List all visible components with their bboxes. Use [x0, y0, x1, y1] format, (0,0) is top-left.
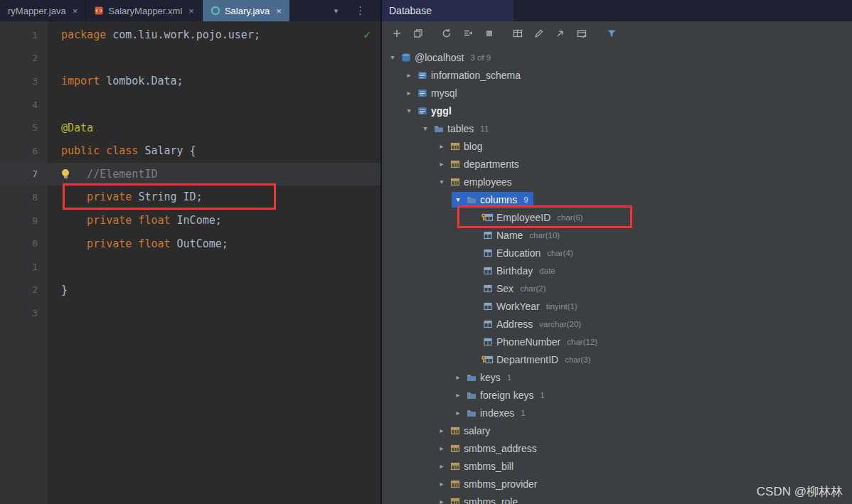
chevron-right-icon[interactable]: ▸: [452, 409, 464, 417]
jump-to-console-button[interactable]: [550, 26, 570, 43]
code-text[interactable]: import lombok.Data;: [47, 70, 380, 93]
code-text[interactable]: }: [47, 279, 380, 302]
chevron-right-icon[interactable]: ▸: [435, 498, 448, 504]
line-number[interactable]: 1: [0, 30, 47, 41]
tree-row-salary[interactable]: ▸salary: [382, 422, 852, 439]
add-button[interactable]: [387, 26, 406, 43]
tree-row-smbms-bill[interactable]: ▸smbms_bill: [382, 457, 852, 475]
code-line[interactable]: 1package com.liu.work.pojo.user;: [0, 23, 380, 47]
tree-row-education[interactable]: Educationchar(4): [382, 244, 852, 262]
tab-rymapper-java[interactable]: ryMapper.java×: [0, 0, 86, 21]
line-number[interactable]: 3: [0, 76, 47, 87]
tree-row-columns[interactable]: ▾columns9: [382, 191, 852, 208]
code-line[interactable]: 2: [0, 47, 380, 70]
line-number[interactable]: 2: [0, 53, 47, 63]
tree-row-birthday[interactable]: Birthdaydate: [382, 262, 852, 279]
code-area[interactable]: 1package com.liu.work.pojo.user;23import…: [0, 23, 380, 325]
line-number[interactable]: 4: [0, 100, 47, 110]
filter-button[interactable]: [602, 26, 621, 43]
tab-salary-java[interactable]: Salary.java×: [203, 0, 290, 21]
chevron-down-icon[interactable]: ▾: [435, 178, 448, 186]
chevron-right-icon[interactable]: ▸: [403, 89, 415, 97]
tree-row-phonenumber[interactable]: PhoneNumberchar(12): [382, 333, 852, 350]
tree-row-information-schema[interactable]: ▸information_schema: [382, 66, 852, 84]
panel-divider[interactable]: [380, 0, 382, 504]
code-text[interactable]: private float OutCome;: [47, 232, 380, 255]
tree-row-yggl[interactable]: ▾yggl: [382, 102, 852, 119]
tree-row-smbms-address[interactable]: ▸smbms_address: [382, 439, 852, 457]
chevron-right-icon[interactable]: ▸: [435, 427, 448, 434]
tree-row-address[interactable]: Addressvarchar(20): [382, 315, 852, 333]
code-text[interactable]: public class Salary {: [47, 139, 380, 163]
tree-row-name[interactable]: Namechar(10): [382, 226, 852, 244]
close-icon[interactable]: ×: [73, 6, 78, 16]
line-number[interactable]: 0: [0, 238, 47, 249]
data-editor-button[interactable]: [572, 26, 591, 43]
code-line[interactable]: 3: [0, 301, 380, 325]
code-text[interactable]: package com.liu.work.pojo.user;: [47, 23, 380, 47]
tab-salarymapper-xml[interactable]: SalaryMapper.xml×: [86, 0, 203, 21]
chevron-right-icon[interactable]: ▸: [435, 462, 448, 470]
tree-row-employeeid[interactable]: EmployeeIDchar(6): [382, 208, 852, 226]
duplicate-button[interactable]: [408, 26, 427, 43]
tab-list-chevron-icon[interactable]: ▾: [330, 0, 343, 21]
code-line[interactable]: 7 //ElementID: [0, 163, 380, 186]
edit-button[interactable]: [529, 26, 548, 43]
tree-row-blog[interactable]: ▸blog: [382, 137, 852, 155]
code-line[interactable]: 3import lombok.Data;: [0, 70, 380, 93]
code-line[interactable]: 1: [0, 255, 380, 279]
stop-button[interactable]: [479, 26, 499, 43]
chevron-right-icon[interactable]: ▸: [452, 391, 464, 399]
code-text[interactable]: private String ID;: [47, 186, 380, 209]
line-number[interactable]: 2: [0, 284, 47, 295]
editor-pane[interactable]: 1package com.liu.work.pojo.user;23import…: [0, 21, 380, 504]
tree-row-indexes[interactable]: ▸indexes1: [382, 404, 852, 422]
code-line[interactable]: 0 private float OutCome;: [0, 232, 380, 255]
refresh-button[interactable]: [437, 26, 456, 43]
chevron-down-icon[interactable]: ▾: [403, 107, 415, 114]
line-number[interactable]: 9: [0, 215, 47, 226]
tree-row-localhost[interactable]: ▾@localhost3 of 9: [382, 48, 852, 66]
code-text[interactable]: [47, 93, 380, 117]
line-number[interactable]: 3: [0, 308, 47, 318]
tree-row-foreign-keys[interactable]: ▸foreign keys1: [382, 386, 852, 404]
chevron-right-icon[interactable]: ▸: [452, 373, 464, 381]
chevron-right-icon[interactable]: ▸: [435, 142, 448, 150]
code-text[interactable]: private float InCome;: [47, 209, 380, 232]
tree-row-tables[interactable]: ▾tables11: [382, 119, 852, 137]
close-icon[interactable]: ×: [188, 6, 194, 16]
chevron-right-icon[interactable]: ▸: [403, 71, 415, 79]
chevron-down-icon[interactable]: ▾: [386, 53, 399, 61]
code-text[interactable]: //ElementID: [47, 163, 380, 186]
code-text[interactable]: [47, 301, 380, 325]
code-line[interactable]: 9 private float InCome;: [0, 209, 380, 232]
line-number[interactable]: 1: [0, 262, 47, 272]
code-line[interactable]: 8 private String ID;: [0, 186, 380, 209]
close-icon[interactable]: ×: [276, 6, 282, 16]
chevron-right-icon[interactable]: ▸: [435, 444, 448, 452]
tab-options-icon[interactable]: ⋮: [351, 0, 370, 21]
chevron-right-icon[interactable]: ▸: [435, 160, 448, 168]
tree-row-departments[interactable]: ▸departments: [382, 155, 852, 173]
tree-row-sex[interactable]: Sexchar(2): [382, 279, 852, 297]
code-line[interactable]: 4: [0, 93, 380, 117]
tree-row-employees[interactable]: ▾employees: [382, 173, 852, 191]
code-text[interactable]: @Data: [47, 116, 380, 139]
chevron-right-icon[interactable]: ▸: [435, 480, 448, 488]
code-line[interactable]: 2}: [0, 279, 380, 302]
chevron-down-icon[interactable]: ▾: [452, 195, 464, 203]
line-number[interactable]: 8: [0, 192, 47, 203]
line-number[interactable]: 6: [0, 146, 47, 156]
code-line[interactable]: 6public class Salary {: [0, 139, 380, 163]
intention-bulb-icon[interactable]: [62, 169, 69, 176]
submit-button[interactable]: [458, 26, 477, 43]
chevron-down-icon[interactable]: ▾: [419, 124, 432, 132]
tree-row-workyear[interactable]: WorkYeartinyint(1): [382, 297, 852, 315]
tree-row-mysql[interactable]: ▸mysql: [382, 84, 852, 102]
inspections-ok-icon[interactable]: ✓: [363, 28, 371, 41]
tree-row-departmentid[interactable]: DepartmentIDchar(3): [382, 350, 852, 368]
code-text[interactable]: [47, 255, 380, 279]
line-number[interactable]: 7: [0, 168, 47, 179]
code-text[interactable]: [47, 47, 380, 70]
line-number[interactable]: 5: [0, 122, 47, 133]
